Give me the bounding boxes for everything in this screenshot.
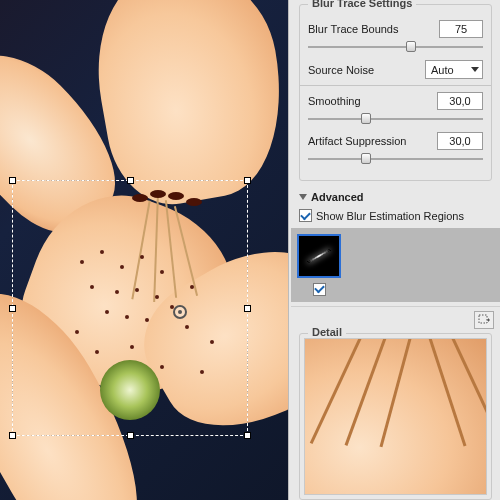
resize-handle-s[interactable]: [127, 432, 134, 439]
resize-handle-e[interactable]: [244, 305, 251, 312]
blur-streak-icon: [307, 249, 331, 264]
source-noise-label: Source Noise: [308, 64, 425, 76]
detail-section: Detail: [299, 341, 492, 501]
settings-panel: Blur Trace Settings Blur Trace Bounds 75…: [288, 0, 500, 500]
triangle-down-icon: [299, 194, 307, 200]
resize-handle-sw[interactable]: [9, 432, 16, 439]
slider-thumb[interactable]: [361, 153, 371, 164]
blur-center-pin[interactable]: [173, 305, 187, 319]
smoothing-label: Smoothing: [308, 95, 437, 107]
thumbnail-checkbox[interactable]: [313, 283, 326, 296]
image-canvas[interactable]: [0, 0, 288, 500]
artifact-suppression-label: Artifact Suppression: [308, 135, 437, 147]
artifact-suppression-slider[interactable]: [308, 152, 483, 166]
add-region-button[interactable]: [474, 311, 494, 329]
blur-trace-bounds-label: Blur Trace Bounds: [308, 23, 439, 35]
show-regions-label: Show Blur Estimation Regions: [316, 210, 464, 222]
source-noise-row: Source Noise Auto: [308, 60, 483, 79]
smoothing-row: Smoothing 30,0: [308, 92, 483, 110]
preview-image: [305, 339, 486, 495]
detail-group: Detail: [299, 333, 492, 501]
thumbnail-checkbox-wrap: [313, 281, 494, 296]
separator: [300, 85, 491, 86]
blur-trace-bounds-slider[interactable]: [308, 40, 483, 54]
slider-thumb[interactable]: [406, 41, 416, 52]
add-region-icon: [478, 314, 490, 326]
advanced-title: Advanced: [311, 191, 364, 203]
show-regions-row[interactable]: Show Blur Estimation Regions: [299, 209, 492, 222]
smoothing-slider[interactable]: [308, 112, 483, 126]
detail-legend: Detail: [308, 326, 346, 338]
show-regions-checkbox[interactable]: [299, 209, 312, 222]
slider-thumb[interactable]: [361, 113, 371, 124]
resize-handle-se[interactable]: [244, 432, 251, 439]
artifact-suppression-row: Artifact Suppression 30,0: [308, 132, 483, 150]
advanced-section: Advanced Show Blur Estimation Regions: [299, 189, 492, 333]
source-noise-dropdown[interactable]: Auto: [425, 60, 483, 79]
group-legend: Blur Trace Settings: [308, 0, 416, 9]
resize-handle-n[interactable]: [127, 177, 134, 184]
resize-handle-w[interactable]: [9, 305, 16, 312]
blur-trace-group: Blur Trace Settings Blur Trace Bounds 75…: [299, 4, 492, 181]
resize-handle-nw[interactable]: [9, 177, 16, 184]
blur-trace-bounds-value[interactable]: 75: [439, 20, 483, 38]
smoothing-value[interactable]: 30,0: [437, 92, 483, 110]
blur-trace-bounds-row: Blur Trace Bounds 75: [308, 20, 483, 38]
advanced-disclosure[interactable]: Advanced: [299, 189, 492, 205]
detail-preview[interactable]: [304, 338, 487, 496]
source-noise-value: Auto: [431, 64, 454, 76]
blur-trace-thumbnail[interactable]: [297, 234, 341, 278]
resize-handle-ne[interactable]: [244, 177, 251, 184]
artifact-suppression-value[interactable]: 30,0: [437, 132, 483, 150]
blur-trace-thumbstrip: [291, 228, 500, 302]
chevron-down-icon: [471, 67, 479, 72]
svg-rect-0: [479, 315, 487, 323]
selection-marquee[interactable]: [12, 180, 248, 436]
